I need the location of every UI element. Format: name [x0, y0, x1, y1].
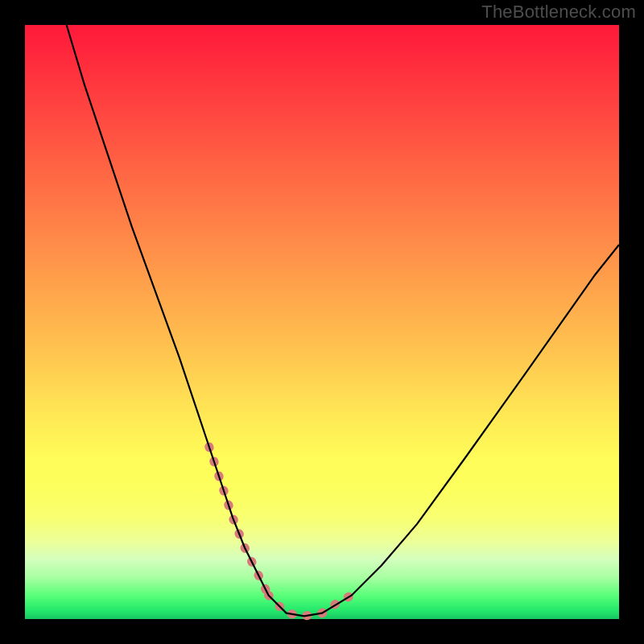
bottleneck-curve [67, 25, 619, 616]
watermark-text: TheBottleneck.com [481, 2, 636, 23]
highlight-segments [209, 447, 352, 616]
curve-layer [25, 25, 619, 619]
highlight-bottom [269, 595, 322, 616]
chart-frame: TheBottleneck.com [0, 0, 644, 644]
highlight-left-arm [209, 447, 269, 596]
plot-area [25, 25, 619, 619]
